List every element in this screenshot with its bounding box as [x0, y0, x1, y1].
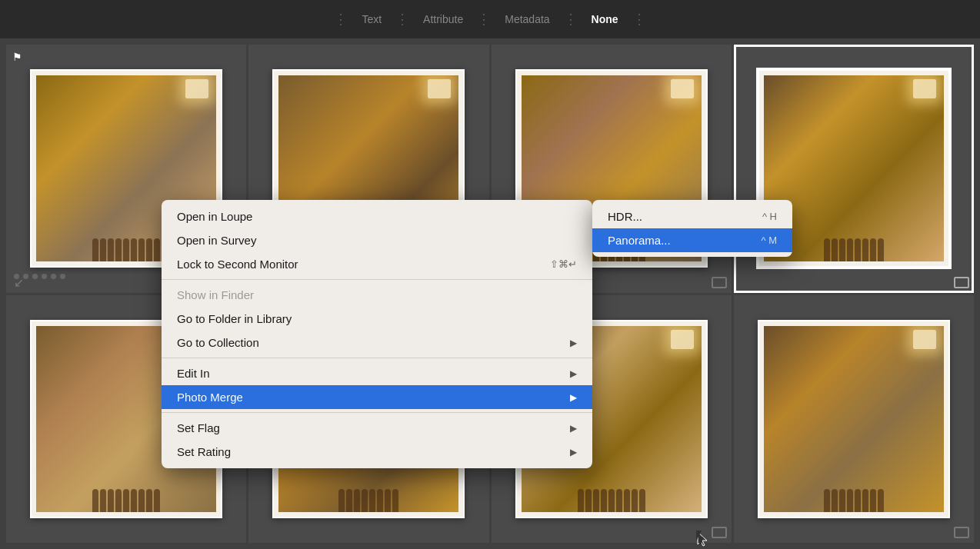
window-light-4 — [913, 79, 936, 98]
people-8 — [764, 401, 944, 512]
separator-3: ⋮ — [477, 11, 491, 28]
separator-2: ⋮ — [395, 11, 409, 28]
arrow-set-rating: ▶ — [570, 447, 577, 458]
main-content: ⚑ ↙ — [0, 38, 980, 549]
separator-1: ⋮ — [334, 11, 348, 28]
window-light-8 — [913, 330, 936, 349]
photo-img-8 — [764, 326, 944, 512]
badge-8 — [954, 527, 969, 538]
submenu-item-hdr[interactable]: HDR... ^ H — [592, 205, 792, 228]
arrow-set-flag: ▶ — [570, 423, 577, 434]
menu-label-show-finder: Show in Finder — [177, 288, 254, 301]
menu-label-set-rating: Set Rating — [177, 445, 231, 458]
badge-7 — [712, 527, 727, 538]
submenu-label-panorama: Panorama... — [608, 234, 671, 247]
menu-item-set-rating[interactable]: Set Rating ▶ — [162, 440, 592, 464]
menu-item-set-flag[interactable]: Set Flag ▶ — [162, 416, 592, 440]
submenu-item-panorama[interactable]: Panorama... ^ M — [592, 228, 792, 252]
menu-label-go-folder: Go to Folder in Library — [177, 312, 292, 325]
separator-5: ⋮ — [632, 11, 646, 28]
menu-label-open-survey: Open in Survey — [177, 234, 256, 247]
photo-wrapper-8 — [758, 320, 950, 518]
window-light-3 — [671, 79, 694, 98]
menu-label-edit-in: Edit In — [177, 367, 210, 380]
menu-label-lock-second: Lock to Second Monitor — [177, 258, 298, 271]
window-light-7 — [671, 330, 694, 349]
menu-label-open-loupe: Open in Loupe — [177, 210, 252, 223]
menu-item-go-collection[interactable]: Go to Collection ▶ — [162, 331, 592, 354]
tab-attribute[interactable]: Attribute — [412, 8, 474, 30]
photo-cell-8[interactable] — [734, 295, 974, 544]
tab-metadata[interactable]: Metadata — [494, 8, 560, 30]
arrow-photo-merge: ▶ — [570, 392, 577, 403]
menu-label-photo-merge: Photo Merge — [177, 391, 243, 404]
menu-label-set-flag: Set Flag — [177, 421, 220, 434]
context-menu: Open in Loupe Open in Survey Lock to Sec… — [162, 200, 592, 468]
submenu-label-hdr: HDR... — [608, 210, 642, 223]
menu-item-go-folder[interactable]: Go to Folder in Library — [162, 307, 592, 331]
window-light-1 — [185, 79, 208, 98]
filter-tabs: ⋮ Text ⋮ Attribute ⋮ Metadata ⋮ None ⋮ — [331, 8, 648, 30]
stack-icon-1: ↙ — [14, 275, 24, 290]
window-light-2 — [428, 79, 451, 98]
menu-item-show-finder[interactable]: Show in Finder — [162, 283, 592, 307]
menu-item-open-loupe[interactable]: Open in Loupe — [162, 205, 592, 228]
tab-none[interactable]: None — [581, 8, 629, 30]
flag-icon-1: ⚑ — [12, 51, 23, 62]
divider-2 — [162, 358, 592, 358]
menu-item-lock-second[interactable]: Lock to Second Monitor ⇧⌘↵ — [162, 252, 592, 276]
arrow-edit-in: ▶ — [570, 368, 577, 379]
tab-text[interactable]: Text — [351, 8, 392, 30]
shortcut-lock-second: ⇧⌘↵ — [550, 258, 577, 270]
badge-4 — [954, 277, 969, 288]
divider-1 — [162, 279, 592, 280]
menu-item-edit-in[interactable]: Edit In ▶ — [162, 361, 592, 385]
sub-menu-photo-merge: HDR... ^ H Panorama... ^ M — [592, 200, 792, 257]
divider-3 — [162, 412, 592, 413]
badge-3 — [712, 277, 727, 288]
separator-4: ⋮ — [564, 11, 578, 28]
arrow-go-collection: ▶ — [570, 338, 577, 348]
submenu-shortcut-hdr: ^ H — [762, 211, 777, 222]
menu-label-go-collection: Go to Collection — [177, 336, 259, 349]
submenu-shortcut-panorama: ^ M — [761, 235, 777, 246]
top-bar: ⋮ Text ⋮ Attribute ⋮ Metadata ⋮ None ⋮ — [0, 0, 980, 38]
menu-item-photo-merge[interactable]: Photo Merge ▶ — [162, 385, 592, 409]
menu-item-open-survey[interactable]: Open in Survey — [162, 228, 592, 252]
